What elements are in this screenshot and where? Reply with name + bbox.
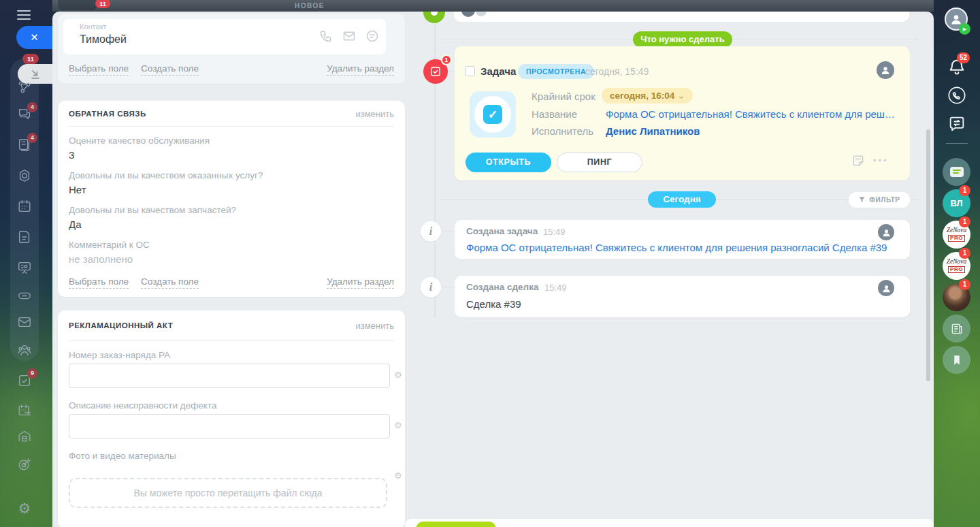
- mail-icon[interactable]: [342, 29, 357, 44]
- create-field-link[interactable]: Создать поле: [141, 63, 199, 76]
- zenova-pro-label: PRO: [948, 235, 965, 242]
- menu-button[interactable]: [17, 10, 31, 20]
- zenova-logo: ZeNova: [947, 259, 967, 266]
- calls-icon[interactable]: [947, 86, 966, 105]
- feedback-edit-link[interactable]: изменить: [355, 109, 394, 119]
- divider: [946, 143, 968, 144]
- zenova-badge: 1: [959, 217, 970, 227]
- create-field-link[interactable]: Создать поле: [141, 276, 199, 289]
- delete-section-link[interactable]: Удалить раздел: [327, 276, 394, 289]
- sidebar-item-mail[interactable]: [17, 315, 32, 330]
- sidebar-item-chats[interactable]: 4: [17, 107, 32, 122]
- file-dropzone[interactable]: Вы можете просто перетащить файл сюда: [69, 478, 387, 508]
- today-separator-pill: Сегодня: [648, 191, 716, 208]
- field-settings-gear-icon[interactable]: ⚙: [394, 421, 404, 430]
- claim-section-title: РЕКЛАМАЦИОННЫЙ АКТ: [69, 321, 173, 330]
- sidebar-item-documents[interactable]: [17, 229, 32, 244]
- select-field-link[interactable]: Выбрать поле: [69, 63, 129, 76]
- task-time: сегодня, 15:49: [585, 66, 649, 77]
- assignee-label: Исполнитель: [532, 125, 593, 137]
- deadline-dropdown[interactable]: сегодня, 16:04⌄: [602, 88, 693, 103]
- phone-icon[interactable]: [319, 29, 334, 44]
- chat-icon[interactable]: [365, 29, 380, 44]
- task-avatar: [877, 61, 894, 79]
- title-label: Название: [532, 108, 577, 120]
- divider: [69, 340, 394, 341]
- claim-field2-input[interactable]: [69, 414, 390, 438]
- contact-name[interactable]: Тимофей: [80, 33, 127, 46]
- pipeline-bar: 11 НОВОЕ: [0, 0, 934, 12]
- filter-button[interactable]: ФИЛЬТР: [849, 192, 910, 208]
- chevron-down-icon: ⌄: [677, 91, 685, 101]
- task-type-label: Задача: [480, 65, 516, 77]
- inbox-badge: 11: [22, 54, 39, 64]
- bookmark-widget-button[interactable]: [943, 346, 970, 374]
- ping-button[interactable]: ПИНГ: [557, 153, 642, 172]
- event-card: Создана сделка 15:49 Сделка #39: [455, 276, 910, 317]
- sidebar-item-products[interactable]: [17, 168, 32, 183]
- chat-transfer-icon[interactable]: [947, 114, 966, 133]
- contact-section-links: Выбрать поле Создать поле Удалить раздел: [58, 63, 405, 76]
- zenova-logo: ZeNova: [947, 227, 967, 234]
- sidebar-item-team[interactable]: [17, 342, 32, 357]
- task-title-link[interactable]: Форма ОС отрицательная! Свяжитесь с клие…: [606, 108, 898, 120]
- event-avatar: [878, 280, 894, 296]
- composer-add-button[interactable]: [416, 522, 496, 527]
- field-settings-gear-icon[interactable]: ⚙: [394, 370, 404, 380]
- task-checkbox[interactable]: [465, 66, 475, 76]
- delete-section-link[interactable]: Удалить раздел: [327, 63, 394, 76]
- sidebar-item-drive[interactable]: [17, 288, 32, 303]
- claim-field1-label: Номер заказ-наряда РА: [69, 350, 170, 360]
- feedback-section-title: ОБРАТНАЯ СВЯЗЬ: [69, 110, 146, 118]
- select-field-link[interactable]: Выбрать поле: [69, 276, 129, 289]
- claim-field1-input[interactable]: [69, 364, 390, 388]
- feed-scrollbar[interactable]: [926, 129, 930, 381]
- sidebar-item-notes[interactable]: 4: [17, 138, 32, 153]
- claim-edit-link[interactable]: изменить: [355, 321, 394, 331]
- info-node-icon: i: [421, 277, 441, 298]
- chat-widget-button[interactable]: [943, 158, 970, 186]
- news-widget-button[interactable]: [943, 315, 970, 342]
- timeline-stub: [443, 287, 455, 287]
- chat-bubble-icon: [950, 167, 964, 177]
- pipeline-status-label[interactable]: НОВОЕ: [259, 2, 361, 10]
- pipeline-tab-badge: 11: [95, 0, 110, 8]
- field-label: Комментарий к ОС: [69, 240, 150, 250]
- deadline-label: Крайний срок: [532, 91, 595, 102]
- note-icon[interactable]: [851, 154, 865, 167]
- contact-card[interactable]: Контакт Тимофей: [63, 19, 386, 54]
- notifications-badge: 52: [957, 52, 970, 63]
- claim-field3-label: Фото и видео материалы: [69, 451, 176, 461]
- sidebar-item-warehouse[interactable]: [17, 429, 32, 444]
- event-title: Создана задача: [466, 226, 538, 236]
- sidebar-item-presentation[interactable]: [17, 260, 32, 275]
- info-node-icon: i: [421, 221, 441, 242]
- sidebar-item-settings[interactable]: ⚙: [17, 501, 32, 516]
- more-options-button[interactable]: •••: [873, 155, 889, 165]
- sidebar-item-calendar[interactable]: [17, 199, 32, 214]
- sidebar-item-network[interactable]: [17, 80, 32, 95]
- sidebar-item-goals[interactable]: [17, 457, 32, 472]
- divider: [69, 126, 394, 127]
- field-settings-gear-icon[interactable]: ⚙: [394, 471, 404, 481]
- inbox-arrow-icon: [29, 67, 42, 81]
- sidebar-item-tasks[interactable]: 9: [17, 373, 32, 388]
- close-panel-button[interactable]: ✕: [16, 26, 52, 49]
- assignee-link[interactable]: Денис Липатников: [606, 125, 700, 137]
- left-sidebar: ✕ 11 4 4: [0, 0, 52, 527]
- pipeline-tab[interactable]: [58, 0, 97, 10]
- task-card: Задача ПРОСМОТРЕНА сегодня, 15:49 ✓ Край…: [455, 46, 910, 180]
- field-value-empty: не заполнено: [69, 253, 133, 265]
- open-button[interactable]: ОТКРЫТЬ: [466, 153, 551, 172]
- avatar: [461, 12, 475, 17]
- sidebar-item-schedule[interactable]: [17, 403, 32, 418]
- funnel-icon: [858, 196, 866, 204]
- content-panel: Контакт Тимофей Выбрать поле Создать пол…: [52, 12, 934, 527]
- feedback-section: ОБРАТНАЯ СВЯЗЬ изменить Оцените качество…: [58, 101, 405, 297]
- zenova-pro-label: PRO: [948, 266, 965, 273]
- contact-section: Контакт Тимофей Выбрать поле Создать пол…: [58, 14, 405, 84]
- field-label: Оцените качество обслуживания: [69, 135, 210, 146]
- event-task-link[interactable]: Форма ОС отрицательная! Свяжитесь с клие…: [466, 242, 887, 253]
- event-deal-text: Сделка #39: [466, 298, 521, 310]
- field-value: Нет: [69, 184, 86, 195]
